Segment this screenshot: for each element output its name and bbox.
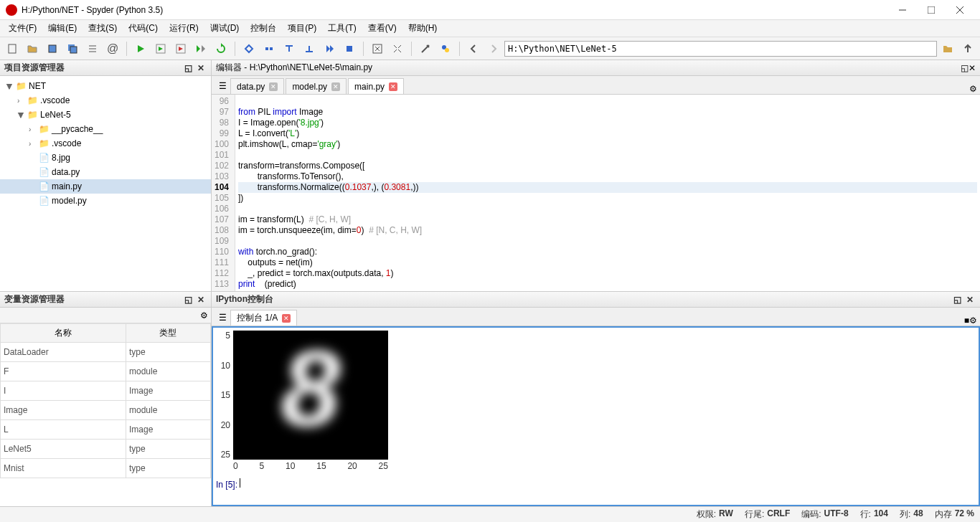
- close-panel-icon[interactable]: ✕: [964, 294, 976, 305]
- console-tab[interactable]: 控制台 1/A✕: [230, 310, 297, 326]
- back-button[interactable]: [464, 39, 483, 58]
- tree-file-model[interactable]: 📄 model.py: [0, 194, 211, 208]
- window-title: H:/Python/NET - Spyder (Python 3.5): [22, 5, 888, 15]
- tree-folder-pycache[interactable]: › 📁 __pycache__: [0, 122, 211, 136]
- run-button[interactable]: [131, 39, 150, 58]
- gear-icon[interactable]: ⚙: [969, 315, 977, 326]
- menu-file[interactable]: 文件(F): [3, 21, 42, 36]
- tree-file-jpg[interactable]: 📄 8.jpg: [0, 151, 211, 165]
- code-text[interactable]: from PIL import ImageI = Image.open('8.j…: [235, 95, 980, 291]
- table-row[interactable]: Mnisttype: [1, 459, 211, 478]
- step-over-button[interactable]: [300, 39, 319, 58]
- tab-main[interactable]: main.py✕: [348, 78, 404, 94]
- menu-find[interactable]: 查找(S): [83, 21, 123, 36]
- dock-icon[interactable]: ◱: [951, 294, 963, 305]
- variable-table[interactable]: 名称 类型 DataLoadertypeFmoduleIImageImagemo…: [0, 323, 211, 506]
- menu-edit[interactable]: 编辑(E): [42, 21, 83, 36]
- forward-button[interactable]: [484, 39, 503, 58]
- close-button[interactable]: [946, 0, 974, 20]
- dock-icon[interactable]: ◱: [182, 294, 194, 305]
- menu-code[interactable]: 代码(C): [123, 21, 164, 36]
- rerun-button[interactable]: [212, 39, 230, 58]
- var-col-type[interactable]: 类型: [126, 324, 210, 343]
- tree-folder-vscode-root[interactable]: › 📁 .vscode: [0, 93, 211, 108]
- tree-file-main[interactable]: 📄 main.py: [0, 179, 211, 194]
- run-selection-button[interactable]: [192, 39, 210, 58]
- stop-icon[interactable]: ■: [964, 315, 969, 326]
- menu-tools[interactable]: 工具(T): [322, 21, 362, 36]
- close-tab-icon[interactable]: ✕: [389, 82, 397, 91]
- preferences-button[interactable]: [416, 39, 435, 58]
- maximize-button[interactable]: [917, 0, 946, 20]
- close-tab-icon[interactable]: ✕: [331, 82, 340, 91]
- tab-data[interactable]: data.py✕: [230, 78, 284, 94]
- tree-folder-lenet5[interactable]: ⯆ 📁 LeNet-5: [0, 108, 211, 122]
- spyder-icon: [6, 4, 17, 16]
- left-column: 项目资源管理器 ◱ ✕ ⯆ 📁 NET › 📁 .vscode ⯆: [0, 60, 212, 506]
- save-button[interactable]: [43, 39, 62, 58]
- project-tree[interactable]: ⯆ 📁 NET › 📁 .vscode ⯆ 📁 LeNet-5 › 📁: [0, 76, 211, 291]
- tree-root[interactable]: ⯆ 📁 NET: [0, 79, 211, 93]
- chevron-right-icon[interactable]: ›: [17, 97, 26, 105]
- menu-debug[interactable]: 调试(D): [204, 21, 245, 36]
- tab-model[interactable]: model.py✕: [286, 78, 347, 94]
- table-row[interactable]: Fmodule: [1, 362, 211, 381]
- list-button[interactable]: [83, 39, 102, 58]
- fullscreen-button[interactable]: [388, 39, 407, 58]
- chevron-down-icon[interactable]: ⯆: [6, 82, 14, 90]
- stop-debug-button[interactable]: [340, 39, 359, 58]
- svg-rect-4: [9, 44, 16, 53]
- save-all-button[interactable]: [63, 39, 82, 58]
- chevron-right-icon[interactable]: ›: [29, 125, 37, 133]
- continue-button[interactable]: [320, 39, 339, 58]
- close-tab-icon[interactable]: ✕: [269, 82, 278, 91]
- table-row[interactable]: IImage: [1, 381, 211, 401]
- chevron-right-icon[interactable]: ›: [29, 140, 37, 148]
- table-row[interactable]: LImage: [1, 420, 211, 440]
- step-into-button[interactable]: [280, 39, 298, 58]
- code-editor[interactable]: 9697989910010110210310410510610710810911…: [212, 95, 980, 291]
- menu-project[interactable]: 项目(P): [282, 21, 322, 36]
- open-file-button[interactable]: [23, 39, 42, 58]
- close-tab-icon[interactable]: ✕: [282, 314, 291, 323]
- at-button[interactable]: @: [103, 39, 122, 58]
- tab-list-icon[interactable]: ☰: [215, 310, 230, 326]
- gear-icon[interactable]: ⚙: [969, 84, 977, 94]
- close-panel-icon[interactable]: ✕: [195, 294, 207, 305]
- console-prompt[interactable]: In [5]:: [216, 478, 976, 490]
- tab-list-icon[interactable]: ☰: [215, 78, 230, 94]
- table-row[interactable]: DataLoadertype: [1, 343, 211, 362]
- close-panel-icon[interactable]: ✕: [195, 62, 207, 74]
- tree-folder-vscode[interactable]: › 📁 .vscode: [0, 136, 211, 151]
- var-col-name[interactable]: 名称: [1, 324, 126, 343]
- python-path-button[interactable]: [436, 39, 455, 58]
- run-cell-button[interactable]: [151, 39, 170, 58]
- title-bar: H:/Python/NET - Spyder (Python 3.5): [0, 0, 980, 20]
- browse-dir-button[interactable]: [938, 39, 957, 58]
- parent-dir-button[interactable]: [958, 39, 977, 58]
- minimize-button[interactable]: [888, 0, 917, 20]
- console-output[interactable]: 510152025 8 0510152025 In [5]:: [212, 326, 980, 506]
- new-file-button[interactable]: [3, 39, 22, 58]
- chevron-down-icon[interactable]: ⯆: [17, 111, 26, 119]
- dock-icon[interactable]: ◱: [961, 63, 969, 73]
- gear-icon[interactable]: ⚙: [200, 310, 208, 321]
- step-button[interactable]: [260, 39, 278, 58]
- maximize-pane-button[interactable]: [368, 39, 387, 58]
- tree-label: NET: [29, 81, 46, 91]
- run-cell-advance-button[interactable]: [171, 39, 190, 58]
- menu-run[interactable]: 运行(R): [164, 21, 204, 36]
- working-dir-input[interactable]: H:\Python\NET\LeNet-5: [504, 41, 937, 57]
- status-eol: 行尾:CRLF: [745, 508, 790, 521]
- menu-console[interactable]: 控制台: [245, 21, 282, 36]
- close-panel-icon[interactable]: ✕: [969, 63, 976, 73]
- menu-help[interactable]: 帮助(H): [402, 21, 443, 36]
- dock-icon[interactable]: ◱: [182, 62, 194, 74]
- table-row[interactable]: Imagemodule: [1, 401, 211, 420]
- table-row[interactable]: LeNet5type: [1, 440, 211, 459]
- menu-view[interactable]: 查看(V): [362, 21, 402, 36]
- svg-rect-13: [265, 47, 268, 50]
- tree-file-data[interactable]: 📄 data.py: [0, 165, 211, 179]
- project-explorer-header: 项目资源管理器 ◱ ✕: [0, 60, 211, 76]
- debug-button[interactable]: [240, 39, 258, 58]
